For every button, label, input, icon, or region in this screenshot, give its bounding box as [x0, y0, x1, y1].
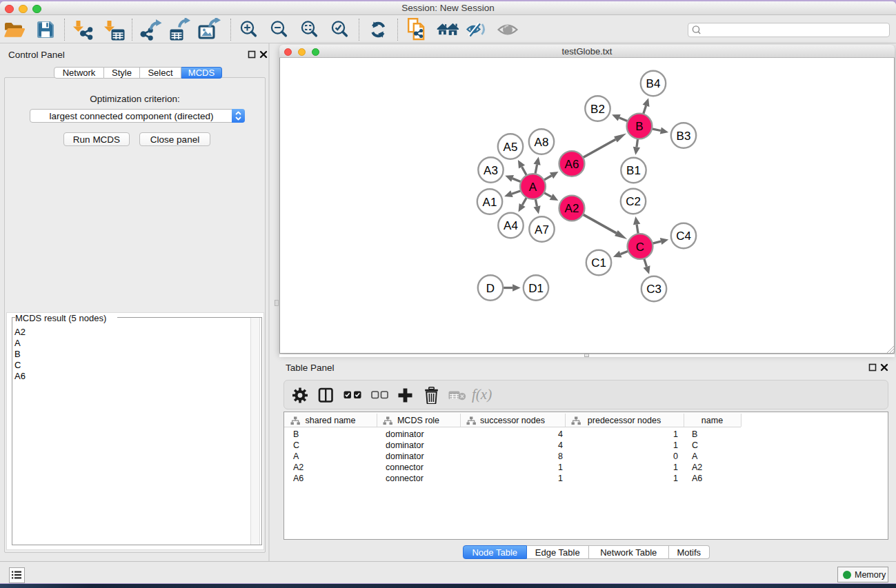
svg-text:C1: C1: [591, 256, 606, 270]
svg-text:A4: A4: [504, 219, 518, 232]
svg-text:D: D: [486, 282, 495, 295]
svg-text:A8: A8: [535, 136, 549, 149]
svg-text:B: B: [635, 120, 643, 133]
svg-text:A: A: [529, 181, 537, 194]
svg-text:A6: A6: [565, 158, 579, 171]
svg-text:C: C: [636, 241, 644, 254]
svg-text:A5: A5: [504, 141, 518, 154]
svg-text:A2: A2: [565, 202, 579, 215]
svg-text:B1: B1: [626, 164, 641, 177]
svg-text:B2: B2: [590, 103, 605, 116]
svg-text:C4: C4: [676, 230, 691, 243]
svg-text:D1: D1: [528, 282, 544, 295]
svg-text:B3: B3: [677, 130, 691, 143]
svg-text:A3: A3: [484, 164, 498, 177]
svg-text:A7: A7: [535, 223, 549, 236]
svg-text:C3: C3: [646, 283, 661, 296]
svg-text:B4: B4: [646, 77, 661, 90]
svg-text:C2: C2: [626, 195, 641, 208]
svg-text:A1: A1: [483, 196, 497, 209]
